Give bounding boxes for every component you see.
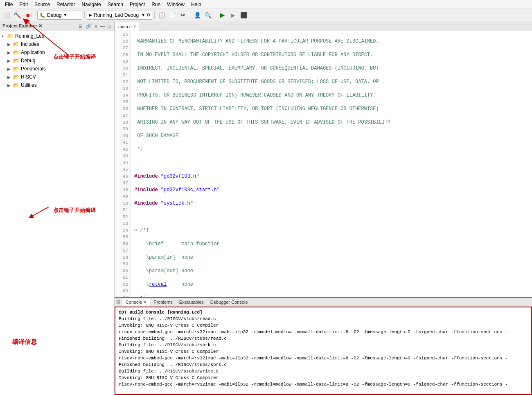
toolbar: ⬜ 🔨 ■ 🐛 Debug ▼ ▶ Running_Led Debug ▼ ⚙ …: [0, 9, 532, 21]
code-line-42: \param[out] none: [134, 268, 529, 275]
build-button[interactable]: 🔨: [12, 10, 22, 20]
console-line-7: Invoking: GNU RISC-V Cross C Compiler: [119, 348, 528, 355]
tree-arrow-riscv: ▶: [7, 75, 13, 79]
code-line-41: \param[in] none: [134, 254, 529, 261]
code-line-25: WARRANTIES OF MERCHANTABILITY AND FITNES…: [134, 38, 529, 45]
left-panel: Project Explorer ✕ ⊟ 🔗 ≡ — □ ▾ 📁 Running…: [0, 21, 115, 395]
toolbar-btn-1[interactable]: 📋: [157, 10, 167, 20]
tree-label-peripherals: Peripherals: [21, 66, 46, 72]
tab-close-main-c[interactable]: ✕: [133, 24, 136, 29]
tree-item-includes[interactable]: ▶ 📂 Includes: [0, 40, 114, 48]
tree-arrow-peripherals: ▶: [7, 67, 13, 71]
tree-item-peripherals[interactable]: ▶ 📂 Peripherals: [0, 65, 114, 73]
tree-arrow-application: ▶: [7, 50, 13, 55]
toolbar-btn-3[interactable]: ✂: [178, 10, 188, 20]
tab-debugger-console[interactable]: Debugger Console: [207, 298, 251, 306]
toolbar-separator-5: [215, 11, 215, 19]
code-line-40: \brief main function: [134, 241, 529, 248]
tree-item-riscv[interactable]: ▶ 📂 RISCV: [0, 73, 114, 81]
tab-executables[interactable]: Executables: [176, 298, 207, 306]
tree-icon-peripherals: 📂: [13, 66, 20, 72]
tree-item-utilities[interactable]: ▶ 📂 Utilities: [0, 81, 114, 89]
menu-source[interactable]: Source: [31, 1, 53, 8]
code-line-34: [134, 160, 529, 167]
code-line-33: */: [134, 146, 529, 153]
console-line-13: riscv-none-embed-gcc -march=rv32imac -ma…: [119, 381, 528, 388]
debug-dropdown[interactable]: 🐛 Debug ▼: [37, 11, 82, 20]
console-line-2: Invoking: GNU RISC-V Cross C Compiler: [119, 322, 528, 329]
console-line-11: Building file: ../RISCV/stubs/write.c: [119, 368, 528, 375]
panel-title: Project Explorer ✕: [2, 23, 42, 29]
code-line-32: OF SUCH DAMAGE.: [134, 133, 529, 140]
code-line-27: INDIRECT, INCIDENTAL, SPECIAL, EXEMPLARY…: [134, 65, 529, 72]
console-line-4: Finished building: ../RISCV/stubs/read.c: [119, 335, 528, 342]
tab-console[interactable]: Console ✕: [122, 298, 150, 306]
console-tabs: ▤ Console ✕ Problems Executables Debugge…: [115, 298, 532, 307]
menu-window[interactable]: Window: [164, 1, 188, 8]
code-line-31: ARISING IN ANY WAY OUT OF THE USE OF THI…: [134, 119, 529, 126]
menu-bar: File Edit Source Refactor Navigate Searc…: [0, 0, 532, 9]
code-line-26: IN NO EVENT SHALL THE COPYRIGHT HOLDER O…: [134, 52, 529, 59]
toolbar-btn-4[interactable]: 👤: [192, 10, 202, 20]
run-button[interactable]: ▶: [217, 10, 227, 20]
toolbar-separator-4: [190, 11, 190, 19]
tree-item-debug[interactable]: ▶ 📂 Debug: [0, 56, 114, 65]
menu-navigate[interactable]: Navigate: [78, 1, 104, 8]
link-icon[interactable]: 🔗: [85, 23, 92, 29]
code-line-30: WHETHER IN CONTRACT, STRICT LIABILITY, O…: [134, 106, 529, 113]
tab-main-c[interactable]: main.c ✕: [115, 22, 140, 31]
tree-item-running-led[interactable]: ▾ 📁 Running_Led: [0, 32, 114, 40]
toolbar-separator-2: [84, 11, 85, 19]
code-line-43: \retval none: [134, 281, 529, 288]
console-line-9: Finished building: ../RISCV/stubs/sbrk.c: [119, 361, 528, 368]
panel-icons: ⊟ 🔗 ≡ — □: [78, 23, 112, 29]
toolbar-btn-5[interactable]: 🔍: [203, 10, 213, 20]
new-button[interactable]: ⬜: [2, 10, 11, 20]
stop-button[interactable]: ■: [23, 10, 33, 20]
tree-arrow-debug: ▶: [7, 59, 13, 63]
menu-edit[interactable]: Edit: [16, 1, 31, 8]
menu-icon[interactable]: ≡: [94, 23, 98, 29]
menu-project[interactable]: Project: [126, 1, 148, 8]
code-line-37: #include "systick.h": [134, 200, 529, 207]
tree-item-application[interactable]: ▶ 📂 Application: [0, 48, 114, 56]
tab-console-close[interactable]: ✕: [143, 300, 147, 305]
tree-label-riscv: RISCV: [21, 74, 36, 80]
tree-icon-running-led: 📁: [7, 33, 14, 39]
tree-label-debug: Debug: [21, 58, 35, 63]
console-line-6: Building file: ../RISCV/stubs/sbrk.c: [119, 342, 528, 348]
toolbar-btn-6[interactable]: ⬛: [239, 10, 248, 20]
main-layout: Project Explorer ✕ ⊟ 🔗 ≡ — □ ▾ 📁 Running…: [0, 21, 532, 395]
config-dropdown[interactable]: ▶ Running_Led Debug ▼ ⚙: [87, 11, 152, 20]
bottom-panel: ▤ Console ✕ Problems Executables Debugge…: [115, 297, 532, 395]
menu-refactor[interactable]: Refactor: [53, 1, 78, 8]
collapse-icon[interactable]: ⊟: [78, 23, 83, 29]
maximize-icon[interactable]: □: [107, 23, 112, 29]
menu-run[interactable]: Run: [148, 1, 164, 8]
toolbar-btn-2[interactable]: 📄: [167, 10, 177, 20]
minimize-icon[interactable]: —: [99, 23, 106, 29]
code-line-35: #include "gd32vf103.h": [134, 173, 529, 180]
panel-header: Project Explorer ✕ ⊟ 🔗 ≡ — □: [0, 21, 114, 31]
console-line-title: CDT Build Console [Running_Led]: [119, 309, 528, 316]
tree-icon-application: 📂: [13, 50, 20, 55]
console-content[interactable]: CDT Build Console [Running_Led] Building…: [115, 307, 532, 395]
tab-problems-label: Problems: [153, 300, 172, 305]
config-label: Running_Led Debug: [94, 12, 139, 18]
tab-problems[interactable]: Problems: [150, 298, 176, 306]
tree-icon-includes: 📂: [13, 41, 20, 47]
menu-help[interactable]: Help: [188, 1, 205, 8]
line-numbers: 2526272829 3031323334 3536373839 4041424…: [115, 31, 131, 297]
console-line-3: riscv-none-embed-gcc -march=rv32imac -ma…: [119, 329, 528, 335]
right-panel: main.c ✕ 2526272829 3031323334 353637383…: [115, 21, 532, 395]
tree-arrow-includes: ▶: [7, 42, 13, 47]
code-editor[interactable]: 2526272829 3031323334 3536373839 4041424…: [115, 31, 532, 297]
code-line-28: NOT LIMITED TO, PROCUREMENT OF SUBSTITUT…: [134, 79, 529, 86]
debug-run-button[interactable]: ▶: [228, 10, 238, 20]
tab-executables-label: Executables: [179, 300, 204, 305]
debug-label: Debug: [47, 12, 61, 18]
tab-debugger-console-label: Debugger Console: [210, 300, 248, 305]
menu-search[interactable]: Search: [104, 1, 126, 8]
menu-file[interactable]: File: [2, 1, 16, 8]
tree-icon-riscv: 📂: [13, 74, 20, 80]
